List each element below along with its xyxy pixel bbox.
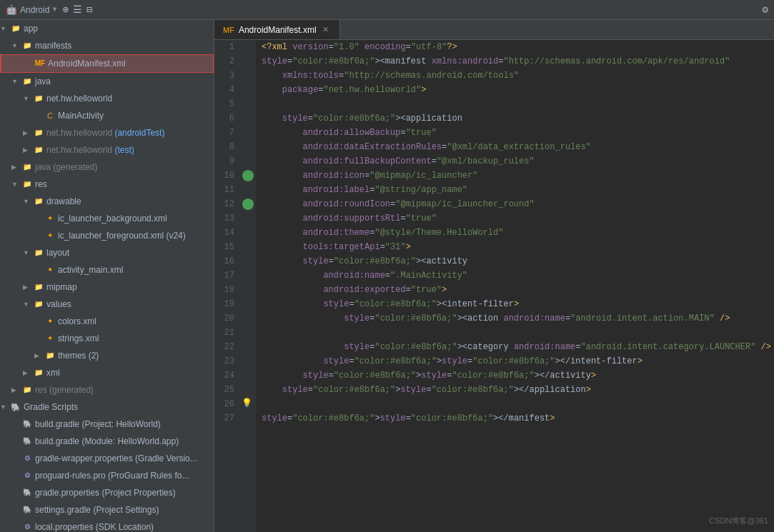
sidebar-item-drawable[interactable]: 📁drawable bbox=[0, 193, 214, 210]
code-line: style="color:#e8bf6a;"><intent-filter> bbox=[262, 297, 768, 311]
code-line bbox=[262, 97, 768, 111]
code-line: style="color:#e8bf6a;"><manifest xmlns:a… bbox=[262, 54, 768, 69]
chevron-closed-icon bbox=[23, 280, 31, 294]
file-icon: 📁 bbox=[33, 127, 44, 139]
sidebar-item-xml_folder[interactable]: 📁xml bbox=[0, 364, 214, 381]
sidebar-item-java_generated[interactable]: 📁java (generated) bbox=[0, 159, 214, 176]
file-icon: 📁 bbox=[44, 350, 56, 361]
code-content[interactable]: <?xml version="1.0" encoding="utf-8"?>st… bbox=[256, 40, 774, 532]
settings-icon[interactable]: ⚙ bbox=[763, 4, 768, 16]
code-line: style="color:#e8bf6a;"><action android:n… bbox=[262, 311, 768, 326]
sidebar-item-ic_launcher_background[interactable]: ✦ic_launcher_background.xml bbox=[0, 210, 214, 227]
file-icon: ⚙ bbox=[21, 521, 33, 532]
code-line: style="color:#e8bf6a;">style="color:#e8b… bbox=[262, 411, 768, 426]
gutter-cell bbox=[240, 211, 256, 226]
line-number: 23 bbox=[220, 354, 234, 368]
gutter-cell bbox=[240, 140, 256, 154]
tab-androidmanifest[interactable]: MF AndroidManifest.xml ✕ bbox=[214, 20, 340, 39]
file-icon: 🐘 bbox=[21, 487, 33, 498]
sidebar-item-layout[interactable]: 📁layout bbox=[0, 244, 214, 261]
line-number: 3 bbox=[220, 69, 234, 83]
code-line: android:exported="true"> bbox=[262, 283, 768, 297]
sidebar-item-activity_main[interactable]: ✦activity_main.xml bbox=[0, 261, 214, 278]
tree-item-label: gradle.properties (Project Properties) bbox=[35, 486, 176, 500]
tree-item-label: net.hw.helloworld (androidTest) bbox=[46, 126, 164, 140]
sidebar-item-local_properties[interactable]: ⚙local.properties (SDK Location) bbox=[0, 518, 214, 532]
sidebar-item-build_gradle_module[interactable]: 🐘build.gradle (Module: HelloWorld.app) bbox=[0, 433, 214, 450]
sidebar-item-themes[interactable]: 📁themes (2) bbox=[0, 347, 214, 364]
tree-item-label: drawable bbox=[46, 194, 81, 209]
tree-item-label: local.properties (SDK Location) bbox=[35, 520, 154, 532]
line-number: 12 bbox=[220, 197, 234, 211]
gutter-cell bbox=[240, 111, 256, 126]
code-line: android:dataExtractionRules="@xml/data_e… bbox=[262, 140, 768, 154]
tree-item-label: res (generated) bbox=[35, 383, 94, 397]
code-line: style="color:#e8bf6a;">style="color:#e8b… bbox=[262, 383, 768, 397]
gutter-cell: 💡 bbox=[240, 397, 256, 411]
sidebar-item-ic_launcher_foreground[interactable]: ✦ic_launcher_foreground.xml (v24) bbox=[0, 227, 214, 244]
gutter-cell bbox=[240, 340, 256, 354]
sidebar-item-proguard[interactable]: ⚙proguard-rules.pro (ProGuard Rules fo..… bbox=[0, 467, 214, 484]
gutter-cell bbox=[240, 69, 256, 83]
sidebar-item-gradle_scripts[interactable]: 🐘Gradle Scripts bbox=[0, 398, 214, 416]
code-line bbox=[262, 397, 768, 411]
sidebar-item-strings_xml[interactable]: ✦strings.xml bbox=[0, 330, 214, 347]
chevron-open-icon bbox=[11, 177, 20, 191]
add-icon[interactable]: ⊕ bbox=[62, 4, 68, 16]
code-line: android:theme="@style/Theme.HelloWorld" bbox=[262, 226, 768, 240]
sidebar-item-java[interactable]: 📁java bbox=[0, 73, 214, 90]
sidebar: 📁app📁manifestsMFAndroidManifest.xml📁java… bbox=[0, 20, 214, 532]
gutter-cell bbox=[240, 254, 256, 268]
bulb-icon: 💡 bbox=[242, 398, 252, 408]
sidebar-item-net_hw_helloworld_androidtest[interactable]: 📁net.hw.helloworld (androidTest) bbox=[0, 124, 214, 141]
code-line: package="net.hw.helloworld"> bbox=[262, 83, 768, 97]
line-number: 20 bbox=[220, 311, 234, 326]
line-number: 18 bbox=[220, 283, 234, 297]
sidebar-item-mipmap[interactable]: 📁mipmap bbox=[0, 278, 214, 296]
code-editor: 1234567891011121314151617181920212223242… bbox=[214, 40, 774, 532]
gutter-cell bbox=[240, 268, 256, 283]
editor-area: MF AndroidManifest.xml ✕ 123456789101112… bbox=[214, 20, 774, 532]
line-number: 7 bbox=[220, 126, 234, 140]
watermark: CSDN博客@361 bbox=[709, 516, 768, 526]
sidebar-item-manifests[interactable]: 📁manifests bbox=[0, 37, 214, 54]
sidebar-item-net_hw_helloworld_main[interactable]: 📁net.hw.helloworld bbox=[0, 90, 214, 107]
sidebar-item-net_hw_helloworld_test[interactable]: 📁net.hw.helloworld (test) bbox=[0, 141, 214, 159]
file-icon: ⚙ bbox=[21, 453, 33, 464]
list-icon[interactable]: ☰ bbox=[73, 4, 82, 16]
tab-close-button[interactable]: ✕ bbox=[321, 25, 331, 35]
sidebar-item-androidmanifest[interactable]: MFAndroidManifest.xml bbox=[0, 54, 214, 73]
tab-manifest-icon: MF bbox=[223, 26, 234, 34]
sidebar-item-gradle_wrapper[interactable]: ⚙gradle-wrapper.properties (Gradle Versi… bbox=[0, 450, 214, 467]
file-icon: 📁 bbox=[33, 93, 44, 104]
chevron-open-icon bbox=[23, 246, 31, 260]
sidebar-item-mainactivity[interactable]: CMainActivity bbox=[0, 107, 214, 124]
line-number: 15 bbox=[220, 240, 234, 254]
sidebar-item-values[interactable]: 📁values bbox=[0, 296, 214, 313]
dropdown-arrow[interactable]: ▼ bbox=[52, 6, 56, 14]
line-number: 6 bbox=[220, 111, 234, 126]
sidebar-item-gradle_properties[interactable]: 🐘gradle.properties (Project Properties) bbox=[0, 484, 214, 501]
code-line: android:label="@string/app_name" bbox=[262, 183, 768, 197]
tree-item-label: java (generated) bbox=[35, 160, 97, 174]
sidebar-item-colors_xml[interactable]: ✦colors.xml bbox=[0, 313, 214, 330]
chevron-open-icon bbox=[0, 400, 9, 414]
line-number: 27 bbox=[220, 411, 234, 426]
line-number: 10 bbox=[220, 169, 234, 183]
line-number: 5 bbox=[220, 97, 234, 111]
collapse-icon[interactable]: ⊟ bbox=[86, 4, 92, 16]
sidebar-item-res[interactable]: 📁res bbox=[0, 176, 214, 193]
sidebar-item-settings_gradle[interactable]: 🐘settings.gradle (Project Settings) bbox=[0, 501, 214, 518]
gutter-cell bbox=[240, 368, 256, 383]
code-line: android:fullBackupContent="@xml/backup_r… bbox=[262, 154, 768, 169]
sidebar-item-res_generated[interactable]: 📁res (generated) bbox=[0, 381, 214, 398]
sidebar-item-build_gradle_project[interactable]: 🐘build.gradle (Project: HelloWorld) bbox=[0, 416, 214, 433]
file-icon: 🐘 bbox=[10, 401, 21, 413]
tree-item-label: values bbox=[46, 297, 71, 311]
file-icon: 📁 bbox=[33, 144, 44, 156]
sidebar-item-app[interactable]: 📁app bbox=[0, 20, 214, 37]
tab-bar: MF AndroidManifest.xml ✕ bbox=[214, 20, 774, 40]
gutter-cell bbox=[240, 240, 256, 254]
gutter-cell bbox=[240, 169, 256, 183]
project-label: Android bbox=[20, 5, 49, 15]
